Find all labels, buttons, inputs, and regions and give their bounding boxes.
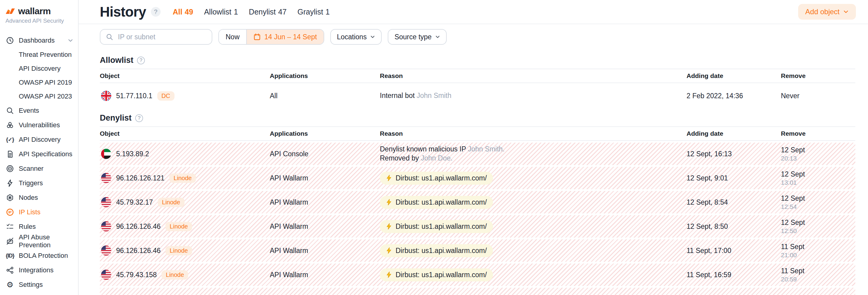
svg-text:IP: IP [8, 210, 12, 214]
table-row[interactable]: 45.79.43.158LinodeAPI WallarmDirbust: us… [100, 264, 855, 286]
remove-cell: 11 Sept21:00 [781, 243, 855, 259]
denylist-heading: Denylist ? [100, 113, 855, 123]
tab-allowlist[interactable]: Allowlist1 [204, 7, 238, 16]
reason-cell: Dirbust: us1.api.wallarm.com/ [374, 220, 686, 233]
country-flag-icon [101, 221, 111, 232]
reason-text: Denylist known malicious IP [380, 145, 468, 153]
help-icon[interactable]: ? [137, 57, 145, 64]
country-flag-icon [101, 149, 111, 159]
sidebar-item-ip-lists[interactable]: IPIP Lists [5, 205, 78, 220]
reason-cell: Internal bot John Smith [374, 91, 686, 100]
date-range-label: 14 Jun – 14 Sept [264, 33, 317, 41]
object-cell: 45.79.43.158Linode [100, 270, 270, 280]
attack-reason-text: Dirbust: us1.api.wallarm.com/ [396, 174, 487, 182]
remove-cell: Never [781, 92, 855, 100]
lightning-icon [386, 223, 392, 230]
brand-subtitle: Advanced API Security [5, 18, 78, 24]
denylist-section: Denylist ? ObjectApplicationsReasonAddin… [79, 108, 868, 295]
remove-time: 20:59 [781, 276, 855, 283]
sidebar-item-events[interactable]: Events [5, 103, 78, 118]
object-cell: 45.79.32.17Linode [100, 197, 270, 207]
ip-address[interactable]: 96.126.126.121 [116, 174, 164, 182]
add-object-button[interactable]: Add object [798, 4, 856, 20]
sidebar-item-dashboards[interactable]: Dashboards [5, 33, 78, 48]
remove-cell: 12 Sept13:01 [781, 170, 855, 186]
sidebar-item-settings[interactable]: ⚙Settings [5, 277, 78, 292]
search-icon [106, 33, 113, 40]
lightning-icon [386, 175, 392, 182]
attack-reason-pill[interactable]: Dirbust: us1.api.wallarm.com/ [380, 268, 493, 282]
main-area: History ? All49Allowlist1Denylist47Grayl… [79, 0, 868, 295]
source-badge: Linode [158, 198, 185, 207]
checklist-icon [5, 223, 14, 231]
attack-reason-text: Dirbust: us1.api.wallarm.com/ [396, 271, 487, 279]
applications-cell: API Wallarm [270, 174, 374, 182]
attack-reason-pill[interactable]: Dirbust: us1.api.wallarm.com/ [380, 244, 493, 257]
attack-reason-text: Dirbust: us1.api.wallarm.com/ [396, 223, 487, 231]
table-row[interactable]: 96.126.126.46LinodeAPI WallarmDirbust: u… [100, 215, 855, 237]
brand-logo[interactable]: wallarm [5, 6, 78, 16]
applications-cell: All [270, 92, 374, 100]
sidebar-item-label: API Discovery [19, 136, 61, 143]
app-root: wallarm Advanced API Security Dashboards… [0, 0, 868, 295]
sidebar-item-triggers[interactable]: Triggers [5, 176, 78, 190]
column-header-applications: Applications [270, 130, 374, 137]
ip-address[interactable]: 45.79.43.158 [116, 271, 157, 279]
sidebar-item-nodes[interactable]: Nodes [5, 190, 78, 205]
remove-date: 11 Sept [781, 243, 855, 251]
user-attribution: John Smith [416, 92, 451, 99]
country-flag-icon [101, 270, 111, 280]
chevron-down-icon [370, 34, 375, 39]
sidebar-item-label: Dashboards [19, 37, 55, 44]
sidebar-item-api-specifications[interactable]: API Specifications [5, 147, 78, 161]
reason-text: Removed by [380, 154, 421, 162]
country-flag-icon [101, 197, 111, 207]
sidebar-subitem-owasp-api-2023[interactable]: OWASP API 2023 [5, 90, 78, 103]
ip-address[interactable]: 45.79.32.17 [116, 198, 153, 206]
table-row[interactable]: 5.193.89.2API ConsoleDenylist known mali… [100, 143, 855, 165]
tab-graylist[interactable]: Graylist1 [298, 7, 330, 16]
sidebar-item-label: API Abuse Prevention [19, 233, 73, 249]
allowlist-title: Allowlist [100, 56, 133, 65]
table-row[interactable]: 45.79.32.17LinodeAPI WallarmDirbust: us1… [100, 191, 855, 214]
lightning-icon [5, 179, 14, 187]
sidebar-subitem-api-discovery[interactable]: API Discovery [5, 62, 78, 75]
source-type-dropdown[interactable]: Source type [388, 29, 447, 45]
sidebar-item-vulnerabilities[interactable]: Vulnerabilities [5, 118, 78, 132]
table-row[interactable]: 96.126.126.46LinodeAPI WallarmDirbust: u… [100, 239, 855, 262]
sidebar-subitem-threat-prevention[interactable]: Threat Prevention [5, 48, 78, 62]
sidebar-item-integrations[interactable]: Integrations [5, 263, 78, 277]
date-range-picker[interactable]: 14 Jun – 14 Sept [247, 30, 323, 44]
attack-reason-pill[interactable]: Dirbust: us1.api.wallarm.com/ [380, 220, 493, 233]
tab-denylist[interactable]: Denylist47 [249, 7, 287, 16]
column-header-applications: Applications [270, 72, 374, 79]
ip-address[interactable]: 51.77.110.1 [116, 92, 152, 100]
sidebar-item-api-discovery[interactable]: {✓}API Discovery [5, 132, 78, 147]
now-toggle[interactable]: Now [219, 30, 247, 44]
tab-all[interactable]: All49 [173, 7, 193, 16]
allowlist-table-body: 51.77.110.1DCAllInternal bot John Smith2… [100, 83, 855, 108]
attack-reason-pill[interactable]: Dirbust: us1.api.wallarm.com/ [380, 196, 493, 209]
bot-off-icon [5, 237, 14, 245]
search-input[interactable] [117, 32, 206, 42]
sidebar-item-rules[interactable]: Rules [5, 220, 78, 234]
sidebar-subitem-owasp-api-2019[interactable]: OWASP API 2019 [5, 75, 78, 90]
remove-cell: 11 Sept20:59 [781, 267, 855, 283]
ip-address[interactable]: 96.126.126.46 [116, 247, 161, 255]
attack-reason-pill[interactable]: Dirbust: us1.api.wallarm.com/ [380, 172, 493, 185]
adding-date-cell: 11 Sept, 17:00 [686, 247, 781, 255]
sidebar-item-api-abuse-prevention[interactable]: API Abuse Prevention [5, 234, 78, 249]
remove-cell: 12 Sept12:50 [781, 219, 855, 234]
help-icon[interactable]: ? [151, 7, 161, 17]
applications-cell: API Console [270, 150, 374, 158]
table-row[interactable]: 51.77.110.1DCAllInternal bot John Smith2… [100, 83, 855, 108]
sidebar-item-scanner[interactable]: Scanner [5, 161, 78, 176]
locations-dropdown[interactable]: Locations [330, 29, 382, 45]
sidebar-item-bola-protection[interactable]: {ID}BOLA Protection [5, 249, 78, 263]
chevron-down-icon [435, 34, 440, 39]
help-icon[interactable]: ? [135, 114, 143, 122]
object-cell: 51.77.110.1DC [100, 91, 270, 101]
ip-address[interactable]: 96.126.126.46 [116, 223, 161, 231]
ip-address[interactable]: 5.193.89.2 [116, 150, 149, 158]
table-row[interactable]: 96.126.126.121LinodeAPI WallarmDirbust: … [100, 167, 855, 189]
